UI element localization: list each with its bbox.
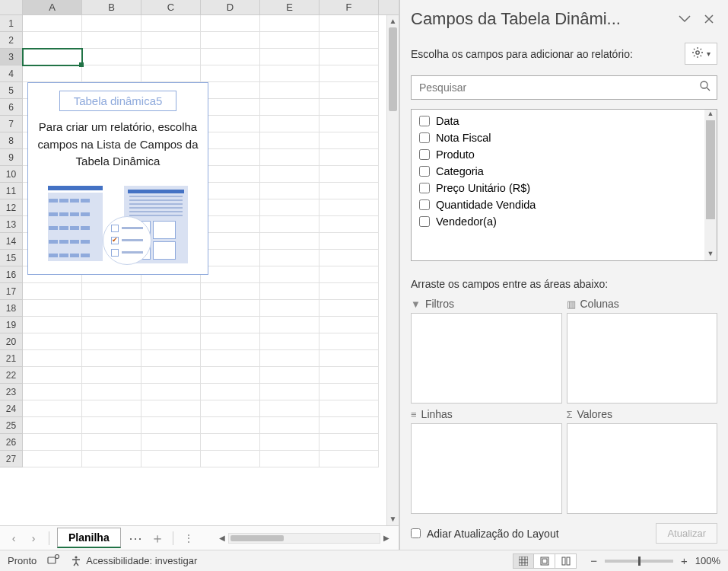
cell[interactable] — [260, 15, 319, 32]
cell[interactable] — [23, 333, 82, 350]
cell[interactable] — [260, 99, 319, 116]
tab-nav-next-icon[interactable]: › — [26, 532, 41, 544]
cell[interactable] — [201, 350, 260, 367]
search-icon[interactable] — [694, 80, 717, 95]
cell[interactable] — [260, 250, 319, 266]
cell[interactable] — [141, 333, 201, 350]
cell[interactable] — [260, 317, 319, 333]
cell[interactable] — [23, 367, 82, 384]
field-checkbox[interactable] — [419, 116, 430, 126]
field-item[interactable]: Categoria — [412, 163, 704, 180]
cell[interactable] — [319, 183, 379, 199]
defer-checkbox-input[interactable] — [411, 528, 421, 538]
cell[interactable] — [260, 132, 319, 149]
cell[interactable] — [260, 266, 319, 283]
cell[interactable] — [201, 132, 260, 149]
cell[interactable] — [23, 400, 82, 417]
row-header[interactable]: 6 — [0, 99, 23, 116]
field-item[interactable]: Nota Fiscal — [412, 129, 704, 146]
cell[interactable] — [319, 149, 379, 166]
zoom-value[interactable]: 100% — [695, 555, 720, 566]
cell[interactable] — [82, 350, 141, 367]
accessibility-status[interactable]: Acessibilidade: investigar — [70, 555, 197, 567]
row-header[interactable]: 21 — [0, 350, 23, 367]
cell[interactable] — [23, 417, 82, 434]
field-item[interactable]: Vendedor(a) — [412, 213, 704, 230]
cell[interactable] — [141, 434, 201, 451]
cell[interactable] — [319, 49, 379, 65]
row-header[interactable]: 27 — [0, 451, 23, 467]
cell[interactable] — [82, 333, 141, 350]
col-header[interactable]: A — [23, 0, 82, 14]
scroll-thumb[interactable] — [389, 27, 397, 111]
row-header[interactable]: 20 — [0, 333, 23, 350]
view-normal-button[interactable] — [513, 553, 534, 569]
cell[interactable] — [260, 82, 319, 99]
select-all-corner[interactable] — [0, 0, 23, 14]
row-header[interactable]: 1 — [0, 15, 23, 32]
values-dropzone[interactable] — [567, 423, 718, 514]
zoom-in-button[interactable]: + — [678, 554, 691, 567]
col-header[interactable]: E — [260, 0, 319, 14]
row-header[interactable]: 15 — [0, 250, 23, 266]
zoom-slider[interactable] — [605, 560, 673, 563]
cell[interactable] — [319, 451, 379, 467]
fields-scrollbar[interactable]: ▲ ▼ — [704, 110, 717, 260]
cell[interactable] — [201, 384, 260, 400]
col-header[interactable]: D — [201, 0, 260, 14]
cell[interactable] — [23, 451, 82, 467]
cell[interactable] — [260, 166, 319, 183]
cell[interactable] — [141, 350, 201, 367]
cell[interactable] — [82, 417, 141, 434]
cell[interactable] — [260, 451, 319, 467]
cell[interactable] — [82, 49, 141, 65]
row-header[interactable]: 13 — [0, 216, 23, 233]
cell[interactable] — [260, 350, 319, 367]
cell[interactable] — [201, 82, 260, 99]
row-header[interactable]: 16 — [0, 266, 23, 283]
cell[interactable] — [201, 183, 260, 199]
scroll-up-arrow-icon[interactable]: ▲ — [387, 15, 399, 27]
view-page-layout-button[interactable] — [534, 553, 555, 569]
cell[interactable] — [260, 300, 319, 317]
cell[interactable] — [82, 451, 141, 467]
cell[interactable] — [319, 317, 379, 333]
field-checkbox[interactable] — [419, 183, 430, 193]
cell[interactable] — [141, 317, 201, 333]
cell[interactable] — [201, 266, 260, 283]
cell[interactable] — [201, 233, 260, 250]
pivot-table-placeholder[interactable]: Tabela dinâmica5 Para criar um relatório… — [27, 82, 208, 275]
cell[interactable] — [82, 367, 141, 384]
cell[interactable] — [319, 32, 379, 49]
cell[interactable] — [260, 367, 319, 384]
cell[interactable] — [201, 199, 260, 216]
cell[interactable] — [201, 116, 260, 132]
cell[interactable] — [141, 400, 201, 417]
cell[interactable] — [82, 65, 141, 82]
cell[interactable] — [82, 15, 141, 32]
vertical-scrollbar[interactable]: ▲ ▼ — [386, 15, 399, 525]
cell[interactable] — [23, 283, 82, 300]
cell[interactable] — [319, 132, 379, 149]
cell[interactable] — [319, 116, 379, 132]
row-header[interactable]: 2 — [0, 32, 23, 49]
cell[interactable] — [319, 82, 379, 99]
cell[interactable] — [23, 15, 82, 32]
row-header[interactable]: 23 — [0, 384, 23, 400]
cell[interactable] — [23, 65, 82, 82]
cell[interactable] — [201, 333, 260, 350]
cell[interactable] — [260, 400, 319, 417]
cell[interactable] — [201, 283, 260, 300]
cell[interactable] — [23, 32, 82, 49]
cell[interactable] — [141, 417, 201, 434]
cell[interactable] — [82, 400, 141, 417]
cell[interactable] — [201, 300, 260, 317]
update-button[interactable]: Atualizar — [656, 523, 717, 544]
field-item[interactable]: Quantidade Vendida — [412, 196, 704, 213]
cell[interactable] — [260, 65, 319, 82]
cell[interactable] — [201, 250, 260, 266]
cell[interactable] — [141, 15, 201, 32]
cell[interactable] — [260, 49, 319, 65]
field-checkbox[interactable] — [419, 166, 430, 177]
cell[interactable] — [141, 32, 201, 49]
